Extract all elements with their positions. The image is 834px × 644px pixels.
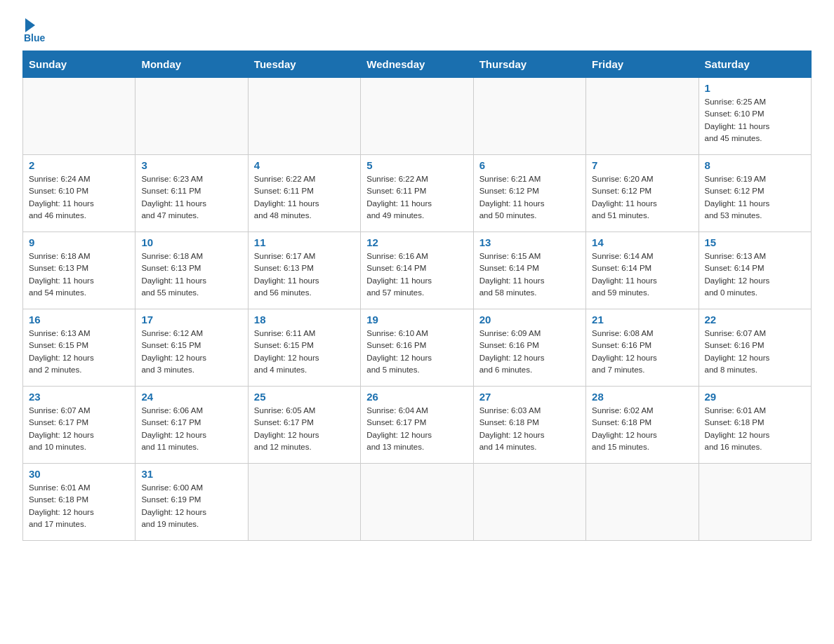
day-info: Sunrise: 6:10 AM Sunset: 6:16 PM Dayligh… xyxy=(366,328,467,376)
calendar-cell: 22Sunrise: 6:07 AM Sunset: 6:16 PM Dayli… xyxy=(699,309,811,387)
calendar-cell xyxy=(473,464,585,541)
calendar-cell: 20Sunrise: 6:09 AM Sunset: 6:16 PM Dayli… xyxy=(473,309,585,387)
weekday-header-tuesday: Tuesday xyxy=(248,51,360,78)
day-info: Sunrise: 6:18 AM Sunset: 6:13 PM Dayligh… xyxy=(141,250,241,299)
page-header: Blue xyxy=(22,17,812,43)
day-number: 17 xyxy=(141,314,241,326)
day-info: Sunrise: 6:23 AM Sunset: 6:11 PM Dayligh… xyxy=(141,173,241,222)
day-number: 1 xyxy=(705,82,805,94)
day-info: Sunrise: 6:05 AM Sunset: 6:17 PM Dayligh… xyxy=(254,405,355,453)
calendar-cell: 2Sunrise: 6:24 AM Sunset: 6:10 PM Daylig… xyxy=(23,155,135,232)
day-number: 11 xyxy=(254,236,355,248)
weekday-header-friday: Friday xyxy=(586,51,699,78)
day-number: 24 xyxy=(141,391,241,403)
day-info: Sunrise: 6:25 AM Sunset: 6:10 PM Dayligh… xyxy=(705,96,805,145)
calendar-cell: 12Sunrise: 6:16 AM Sunset: 6:14 PM Dayli… xyxy=(361,232,473,309)
calendar-cell: 9Sunrise: 6:18 AM Sunset: 6:13 PM Daylig… xyxy=(23,232,135,309)
day-info: Sunrise: 6:03 AM Sunset: 6:18 PM Dayligh… xyxy=(479,405,580,453)
calendar-cell: 11Sunrise: 6:17 AM Sunset: 6:13 PM Dayli… xyxy=(248,232,360,309)
calendar-cell: 7Sunrise: 6:20 AM Sunset: 6:12 PM Daylig… xyxy=(586,155,699,232)
calendar-cell: 5Sunrise: 6:22 AM Sunset: 6:11 PM Daylig… xyxy=(361,155,473,232)
weekday-header-saturday: Saturday xyxy=(699,51,811,78)
day-info: Sunrise: 6:22 AM Sunset: 6:11 PM Dayligh… xyxy=(254,173,355,222)
day-info: Sunrise: 6:00 AM Sunset: 6:19 PM Dayligh… xyxy=(141,482,241,530)
calendar-cell xyxy=(248,464,360,541)
calendar-cell xyxy=(586,78,699,155)
calendar-cell: 31Sunrise: 6:00 AM Sunset: 6:19 PM Dayli… xyxy=(135,464,248,541)
day-number: 13 xyxy=(479,236,580,248)
day-info: Sunrise: 6:20 AM Sunset: 6:12 PM Dayligh… xyxy=(592,173,692,222)
calendar-week-row: 30Sunrise: 6:01 AM Sunset: 6:18 PM Dayli… xyxy=(23,464,812,541)
day-number: 6 xyxy=(479,159,580,171)
calendar-cell xyxy=(361,78,473,155)
day-info: Sunrise: 6:14 AM Sunset: 6:14 PM Dayligh… xyxy=(592,250,692,299)
weekday-header-sunday: Sunday xyxy=(23,51,135,78)
day-number: 5 xyxy=(366,159,467,171)
day-number: 4 xyxy=(254,159,355,171)
calendar-week-row: 23Sunrise: 6:07 AM Sunset: 6:17 PM Dayli… xyxy=(23,387,812,464)
day-number: 27 xyxy=(479,391,580,403)
calendar-cell xyxy=(23,78,135,155)
calendar-cell: 3Sunrise: 6:23 AM Sunset: 6:11 PM Daylig… xyxy=(135,155,248,232)
day-info: Sunrise: 6:04 AM Sunset: 6:17 PM Dayligh… xyxy=(366,405,467,453)
calendar-cell xyxy=(473,78,585,155)
day-number: 8 xyxy=(705,159,805,171)
calendar-cell: 30Sunrise: 6:01 AM Sunset: 6:18 PM Dayli… xyxy=(23,464,135,541)
day-info: Sunrise: 6:08 AM Sunset: 6:16 PM Dayligh… xyxy=(592,328,692,376)
calendar-cell: 4Sunrise: 6:22 AM Sunset: 6:11 PM Daylig… xyxy=(248,155,360,232)
calendar-cell: 14Sunrise: 6:14 AM Sunset: 6:14 PM Dayli… xyxy=(586,232,699,309)
calendar-week-row: 16Sunrise: 6:13 AM Sunset: 6:15 PM Dayli… xyxy=(23,309,812,387)
calendar-cell: 15Sunrise: 6:13 AM Sunset: 6:14 PM Dayli… xyxy=(699,232,811,309)
day-number: 25 xyxy=(254,391,355,403)
day-info: Sunrise: 6:07 AM Sunset: 6:16 PM Dayligh… xyxy=(705,328,805,376)
day-number: 18 xyxy=(254,314,355,326)
calendar-cell: 10Sunrise: 6:18 AM Sunset: 6:13 PM Dayli… xyxy=(135,232,248,309)
day-info: Sunrise: 6:13 AM Sunset: 6:14 PM Dayligh… xyxy=(705,250,805,299)
calendar-cell: 13Sunrise: 6:15 AM Sunset: 6:14 PM Dayli… xyxy=(473,232,585,309)
calendar-cell: 25Sunrise: 6:05 AM Sunset: 6:17 PM Dayli… xyxy=(248,387,360,464)
weekday-header-wednesday: Wednesday xyxy=(361,51,473,78)
day-info: Sunrise: 6:24 AM Sunset: 6:10 PM Dayligh… xyxy=(29,173,129,222)
weekday-header-thursday: Thursday xyxy=(473,51,585,78)
day-number: 23 xyxy=(29,391,129,403)
calendar-cell: 16Sunrise: 6:13 AM Sunset: 6:15 PM Dayli… xyxy=(23,309,135,387)
calendar-week-row: 9Sunrise: 6:18 AM Sunset: 6:13 PM Daylig… xyxy=(23,232,812,309)
day-info: Sunrise: 6:17 AM Sunset: 6:13 PM Dayligh… xyxy=(254,250,355,299)
calendar-week-row: 2Sunrise: 6:24 AM Sunset: 6:10 PM Daylig… xyxy=(23,155,812,232)
calendar-cell: 24Sunrise: 6:06 AM Sunset: 6:17 PM Dayli… xyxy=(135,387,248,464)
calendar-table: SundayMondayTuesdayWednesdayThursdayFrid… xyxy=(22,51,812,541)
logo-arrow-icon xyxy=(25,18,35,32)
day-info: Sunrise: 6:19 AM Sunset: 6:12 PM Dayligh… xyxy=(705,173,805,222)
calendar-cell: 21Sunrise: 6:08 AM Sunset: 6:16 PM Dayli… xyxy=(586,309,699,387)
calendar-cell: 1Sunrise: 6:25 AM Sunset: 6:10 PM Daylig… xyxy=(699,78,811,155)
day-number: 16 xyxy=(29,314,129,326)
day-number: 10 xyxy=(141,236,241,248)
calendar-cell: 17Sunrise: 6:12 AM Sunset: 6:15 PM Dayli… xyxy=(135,309,248,387)
day-number: 26 xyxy=(366,391,467,403)
calendar-cell: 8Sunrise: 6:19 AM Sunset: 6:12 PM Daylig… xyxy=(699,155,811,232)
day-number: 15 xyxy=(705,236,805,248)
day-number: 3 xyxy=(141,159,241,171)
day-info: Sunrise: 6:13 AM Sunset: 6:15 PM Dayligh… xyxy=(29,328,129,376)
day-info: Sunrise: 6:06 AM Sunset: 6:17 PM Dayligh… xyxy=(141,405,241,453)
day-number: 14 xyxy=(592,236,692,248)
day-number: 21 xyxy=(592,314,692,326)
day-number: 19 xyxy=(366,314,467,326)
day-info: Sunrise: 6:21 AM Sunset: 6:12 PM Dayligh… xyxy=(479,173,580,222)
day-info: Sunrise: 6:09 AM Sunset: 6:16 PM Dayligh… xyxy=(479,328,580,376)
calendar-cell: 27Sunrise: 6:03 AM Sunset: 6:18 PM Dayli… xyxy=(473,387,585,464)
calendar-cell xyxy=(586,464,699,541)
calendar-cell: 28Sunrise: 6:02 AM Sunset: 6:18 PM Dayli… xyxy=(586,387,699,464)
day-number: 12 xyxy=(366,236,467,248)
day-number: 7 xyxy=(592,159,692,171)
day-info: Sunrise: 6:12 AM Sunset: 6:15 PM Dayligh… xyxy=(141,328,241,376)
day-info: Sunrise: 6:18 AM Sunset: 6:13 PM Dayligh… xyxy=(29,250,129,299)
calendar-week-row: 1Sunrise: 6:25 AM Sunset: 6:10 PM Daylig… xyxy=(23,78,812,155)
day-info: Sunrise: 6:01 AM Sunset: 6:18 PM Dayligh… xyxy=(29,482,129,530)
calendar-cell: 19Sunrise: 6:10 AM Sunset: 6:16 PM Dayli… xyxy=(361,309,473,387)
day-number: 9 xyxy=(29,236,129,248)
logo-subtitle: Blue xyxy=(24,32,45,43)
day-info: Sunrise: 6:22 AM Sunset: 6:11 PM Dayligh… xyxy=(366,173,467,222)
calendar-cell xyxy=(361,464,473,541)
calendar-cell: 29Sunrise: 6:01 AM Sunset: 6:18 PM Dayli… xyxy=(699,387,811,464)
